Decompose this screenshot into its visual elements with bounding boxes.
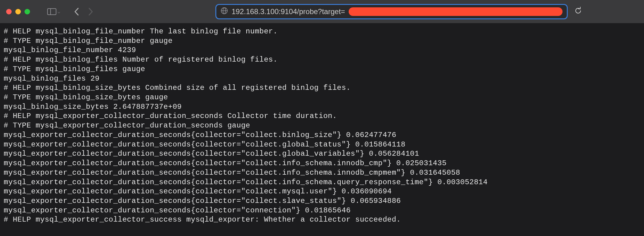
close-window-button[interactable] [6,9,12,14]
sidebar-icon [47,8,56,15]
chevron-down-icon[interactable]: ⌵ [58,9,60,14]
reload-button[interactable] [574,7,582,17]
browser-toolbar: ⌵ 192.168.3.100:9104/probe?target= [0,0,644,23]
navigation-arrows [74,8,93,16]
maximize-window-button[interactable] [25,9,30,14]
back-button[interactable] [74,8,79,16]
forward-button[interactable] [88,8,93,16]
redacted-url-segment [349,7,563,16]
address-bar-wrapper: 192.168.3.100:9104/probe?target= [159,4,638,19]
globe-icon [221,7,228,16]
minimize-window-button[interactable] [15,9,21,14]
url-text: 192.168.3.100:9104/probe?target= [232,7,345,16]
sidebar-toggle[interactable]: ⌵ [47,8,60,15]
window-controls [6,9,30,14]
page-content: # HELP mysql_binlog_file_number The last… [0,23,644,228]
address-bar[interactable]: 192.168.3.100:9104/probe?target= [215,4,568,19]
